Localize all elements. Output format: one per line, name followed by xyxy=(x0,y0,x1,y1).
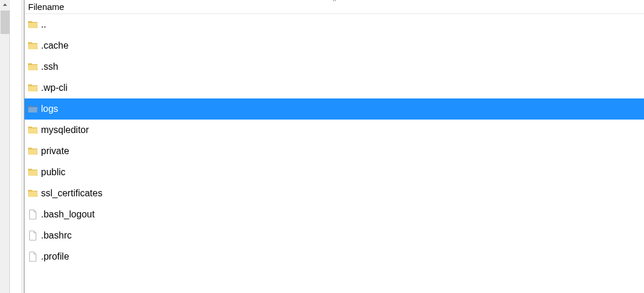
file-name-label: mysqleditor xyxy=(41,124,89,136)
file-name-label: public xyxy=(41,166,66,178)
file-name-label: .. xyxy=(41,19,46,30)
folder-icon xyxy=(27,82,39,94)
list-item[interactable]: .. xyxy=(25,14,644,35)
left-panel-scrollbar[interactable] xyxy=(0,0,10,293)
filename-column-label: Filename xyxy=(28,2,64,12)
list-item[interactable]: public xyxy=(25,162,644,183)
list-item[interactable]: .bash_logout xyxy=(25,204,644,225)
file-name-label: .ssh xyxy=(41,61,58,73)
folder-icon xyxy=(27,188,39,199)
folder-icon xyxy=(27,19,39,30)
folder-icon xyxy=(27,103,39,115)
list-item[interactable]: logs xyxy=(25,98,644,120)
file-icon xyxy=(27,251,39,263)
remote-file-panel: Filename ^ ...cache.ssh.wp-clilogsmysqle… xyxy=(24,0,644,293)
list-item[interactable]: .ssh xyxy=(25,56,644,77)
list-item[interactable]: ssl_certificates xyxy=(25,183,644,204)
file-name-label: .bash_logout xyxy=(41,209,95,220)
scroll-track[interactable] xyxy=(0,34,9,293)
file-name-label: ssl_certificates xyxy=(41,188,102,199)
list-item[interactable]: .cache xyxy=(25,35,644,56)
file-name-label: .cache xyxy=(41,40,68,52)
file-icon xyxy=(27,230,39,241)
file-name-label: .bashrc xyxy=(41,230,71,241)
list-item[interactable]: .wp-cli xyxy=(25,77,644,98)
list-item[interactable]: mysqleditor xyxy=(25,120,644,141)
file-name-label: .profile xyxy=(41,251,69,263)
scroll-thumb[interactable] xyxy=(1,11,9,34)
file-name-label: logs xyxy=(41,103,58,115)
folder-icon xyxy=(27,40,39,52)
file-icon xyxy=(27,209,39,220)
list-item[interactable]: private xyxy=(25,141,644,162)
left-panel-edge xyxy=(10,0,22,293)
list-item[interactable]: .profile xyxy=(25,246,644,267)
folder-icon xyxy=(27,61,39,73)
file-name-label: .wp-cli xyxy=(41,82,67,94)
file-list[interactable]: ...cache.ssh.wp-clilogsmysqleditorprivat… xyxy=(25,14,644,293)
list-item[interactable]: .bashrc xyxy=(25,225,644,246)
folder-icon xyxy=(27,145,39,157)
sort-ascending-icon: ^ xyxy=(333,0,336,5)
scroll-up-arrow-icon[interactable] xyxy=(0,0,10,10)
app-container: Filename ^ ...cache.ssh.wp-clilogsmysqle… xyxy=(0,0,644,293)
folder-icon xyxy=(27,124,39,136)
file-name-label: private xyxy=(41,145,69,157)
folder-icon xyxy=(27,166,39,178)
column-header-row: Filename ^ xyxy=(25,0,644,14)
